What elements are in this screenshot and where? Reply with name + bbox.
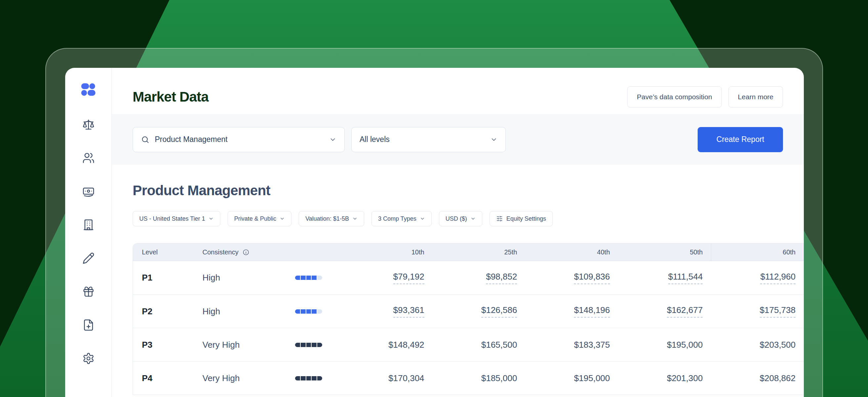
market-data-table: Level Consistency 10th 25th 40th [133,243,804,395]
people-icon[interactable] [82,152,95,164]
column-header-50th: 50th [618,248,711,256]
table-row[interactable]: P2 High $93,361 $126,586 $148,196 $162,6… [133,295,804,328]
info-icon[interactable] [243,249,249,256]
value-cell: $175,738 [711,305,804,317]
salary-value[interactable]: $165,500 [481,340,517,350]
salary-value[interactable]: $126,586 [481,305,517,317]
money-icon[interactable] [82,185,95,197]
value-cell: $111,544 [618,272,711,284]
salary-value[interactable]: $93,361 [393,305,425,317]
consistency-bar [295,343,322,347]
value-cell: $170,304 [340,373,433,384]
content: Product Management US - United States Ti… [112,165,804,395]
filter-band: Product Management All levels Create Rep… [112,114,804,165]
salary-value[interactable]: $195,000 [574,373,610,384]
chip-label: USD ($) [445,215,467,222]
create-report-button[interactable]: Create Report [698,127,783,152]
consistency-label: Consistency [203,248,239,256]
column-header-consistency: Consistency [188,248,340,256]
chip-label: Private & Public [234,215,276,222]
chevron-down-icon [420,216,425,221]
salary-value[interactable]: $208,862 [760,373,796,384]
salary-value[interactable]: $175,738 [760,305,796,317]
gift-icon[interactable] [82,285,95,298]
table-row[interactable]: P1 High $79,192 $98,852 $109,836 $111,54… [133,261,804,295]
table-row[interactable]: P4 Very High $170,304 $185,000 $195,000 … [133,361,804,395]
chip-valuation[interactable]: Valuation: $1-5B [299,211,364,226]
value-cell: $162,677 [618,305,711,317]
filter-chips: US - United States Tier 1 Private & Publ… [133,211,804,226]
salary-value[interactable]: $98,852 [486,272,517,284]
chip-currency[interactable]: USD ($) [439,211,482,226]
salary-value[interactable]: $170,304 [389,373,424,384]
consistency-cell: Very High [188,373,264,384]
consistency-bar-cell [264,343,340,347]
page-title: Market Data [133,89,208,105]
level-value: All levels [360,135,390,144]
salary-value[interactable]: $79,192 [393,272,425,284]
building-icon[interactable] [82,219,95,231]
chip-company-type[interactable]: Private & Public [227,211,291,226]
value-cell: $201,300 [618,373,711,384]
consistency-bar-cell [264,276,340,280]
salary-value[interactable]: $148,492 [389,340,424,350]
consistency-cell: Very High [188,340,264,350]
level-cell: P2 [133,306,188,316]
sliders-icon [496,215,503,222]
search-icon [141,135,150,144]
data-composition-button[interactable]: Pave’s data composition [627,86,721,108]
scales-icon[interactable] [82,118,95,131]
value-cell: $185,000 [433,373,526,384]
chevron-down-icon [329,136,336,143]
value-cell: $112,960 [711,272,804,284]
value-cell: $98,852 [433,272,526,284]
salary-value[interactable]: $203,500 [760,340,796,350]
table-header-row: Level Consistency 10th 25th 40th [133,244,804,261]
consistency-bar [295,276,322,280]
chip-equity-settings[interactable]: Equity Settings [490,211,553,226]
value-cell: $93,361 [340,305,433,317]
consistency-cell: High [188,273,264,283]
value-cell: $148,492 [340,340,433,350]
salary-value[interactable]: $112,960 [760,272,796,284]
settings-gear-icon[interactable] [82,352,95,365]
chevron-down-icon [280,216,285,221]
chip-label: Valuation: $1-5B [305,215,349,222]
salary-value[interactable]: $109,836 [574,272,610,284]
topbar: Market Data Pave’s data composition Lear… [112,68,804,114]
app-window: Market Data Pave’s data composition Lear… [65,68,804,397]
consistency-bar-cell [264,376,340,380]
job-family-select[interactable]: Product Management [133,127,345,152]
column-header-25th: 25th [433,248,526,256]
table-body: P1 High $79,192 $98,852 $109,836 $111,54… [133,261,804,395]
pave-logo-icon[interactable] [81,82,96,97]
chip-geo[interactable]: US - United States Tier 1 [133,211,220,226]
value-cell: $208,862 [711,373,804,384]
learn-more-button[interactable]: Learn more [728,86,783,108]
value-cell: $195,000 [618,340,711,350]
file-plus-icon[interactable] [82,319,95,331]
pencil-icon[interactable] [82,252,95,264]
column-header-40th: 40th [525,248,618,256]
table-row[interactable]: P3 Very High $148,492 $165,500 $183,375 … [133,328,804,361]
section-title: Product Management [133,183,804,198]
salary-value[interactable]: $162,677 [667,305,703,317]
column-header-10th: 10th [340,248,433,256]
sidebar [65,68,112,397]
salary-value[interactable]: $195,000 [667,340,703,350]
value-cell: $148,196 [525,305,618,317]
level-select[interactable]: All levels [351,127,506,152]
chevron-down-icon [352,216,358,221]
salary-value[interactable]: $148,196 [574,305,610,317]
salary-value[interactable]: $185,000 [481,373,517,384]
chip-label: Equity Settings [506,215,546,222]
salary-value[interactable]: $183,375 [574,340,610,350]
consistency-bar [295,309,322,314]
salary-value[interactable]: $201,300 [667,373,703,384]
salary-value[interactable]: $111,544 [668,272,703,284]
chip-label: 3 Comp Types [378,215,416,222]
chip-comp-types[interactable]: 3 Comp Types [371,211,432,226]
value-cell: $195,000 [525,373,618,384]
chip-label: US - United States Tier 1 [139,215,205,222]
chevron-down-icon [208,216,214,221]
